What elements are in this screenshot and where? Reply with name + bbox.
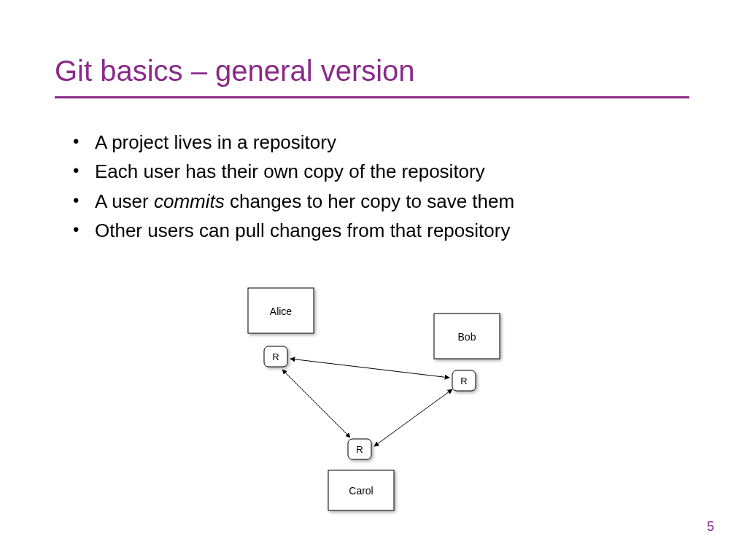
edge-alice-bob: [290, 359, 449, 378]
repo-diagram: Alice Bob Carol R R R: [219, 284, 533, 518]
user-label: Carol: [349, 485, 373, 497]
bullet-text: A user: [95, 190, 154, 212]
user-label: Alice: [270, 306, 293, 317]
bullet-list: A project lives in a repository Each use…: [73, 128, 671, 245]
bullet-text: Other users can pull changes from that r…: [95, 219, 510, 241]
bullet-item: A user commits changes to her copy to sa…: [73, 187, 671, 216]
slide-title: Git basics – general version: [55, 55, 415, 88]
repo-label: R: [460, 376, 467, 386]
title-underline: [55, 96, 689, 98]
user-label: Bob: [458, 331, 476, 343]
edge-carol-bob: [374, 389, 452, 446]
bullet-item: A project lives in a repository: [73, 128, 671, 157]
bullet-text: A project lives in a repository: [95, 131, 336, 153]
repo-label: R: [272, 351, 279, 362]
repo-label: R: [356, 444, 363, 455]
edge-alice-carol: [282, 370, 350, 438]
bullet-text-post: changes to her copy to save them: [225, 190, 514, 212]
bullet-item: Each user has their own copy of the repo…: [73, 157, 671, 186]
bullet-em: commits: [154, 190, 225, 212]
slide: Git basics – general version A project l…: [0, 0, 747, 560]
page-number: 5: [707, 519, 714, 534]
bullet-text: Each user has their own copy of the repo…: [95, 160, 485, 182]
bullet-item: Other users can pull changes from that r…: [73, 216, 671, 245]
